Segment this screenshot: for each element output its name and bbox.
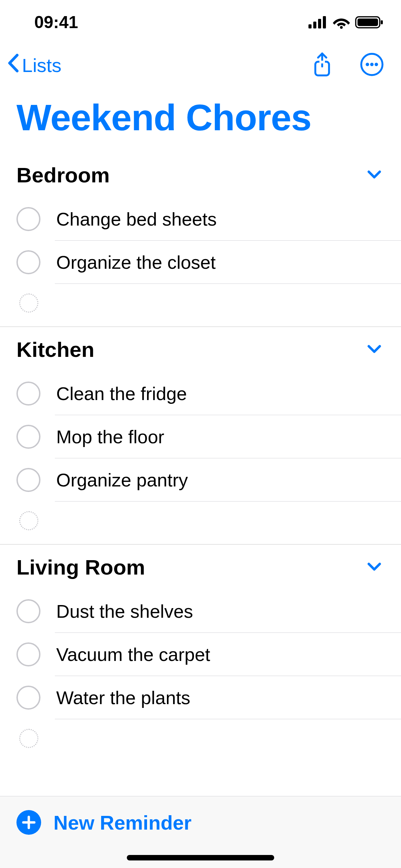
svg-rect-1 (313, 22, 316, 28)
section-title: Bedroom (16, 163, 110, 187)
svg-rect-3 (323, 16, 326, 28)
chevron-down-icon (367, 344, 382, 355)
section-living-room: Living Room Dust the shelves Vacuum the … (0, 545, 401, 762)
reminder-checkbox[interactable] (16, 468, 40, 492)
section-title: Living Room (16, 555, 145, 579)
reminder-item[interactable]: Water the plants (0, 676, 401, 719)
svg-rect-7 (381, 20, 383, 24)
reminder-item[interactable]: Organize pantry (0, 458, 401, 502)
reminder-checkbox[interactable] (16, 425, 40, 449)
svg-point-12 (366, 63, 369, 66)
reminder-item[interactable]: Mop the floor (0, 415, 401, 458)
reminder-item[interactable]: Organize the closet (0, 241, 401, 284)
list-title: Weekend Chores (0, 89, 401, 153)
svg-rect-2 (318, 19, 321, 28)
section-title: Kitchen (16, 337, 94, 362)
reminder-checkbox[interactable] (16, 207, 40, 231)
reminder-checkbox[interactable] (16, 642, 40, 666)
reminder-text: Vacuum the carpet (56, 644, 210, 665)
reminder-placeholder[interactable] (0, 502, 401, 544)
reminder-text: Water the plants (56, 687, 190, 708)
status-time: 09:41 (34, 12, 78, 32)
chevron-left-icon (7, 53, 21, 77)
reminder-text: Dust the shelves (56, 601, 193, 622)
bottom-toolbar: New Reminder (0, 796, 401, 868)
section-bedroom: Bedroom Change bed sheets Organize the c… (0, 153, 401, 327)
reminder-checkbox[interactable] (16, 382, 40, 406)
reminder-placeholder[interactable] (0, 284, 401, 326)
status-bar: 09:41 (0, 0, 401, 38)
add-reminder-circle-icon (19, 293, 38, 313)
share-button[interactable] (312, 51, 332, 79)
reminder-item[interactable]: Vacuum the carpet (0, 633, 401, 676)
reminder-text: Mop the floor (56, 426, 164, 447)
reminder-text: Change bed sheets (56, 208, 217, 230)
reminder-item[interactable]: Dust the shelves (0, 590, 401, 633)
add-reminder-circle-icon (19, 511, 38, 530)
section-header[interactable]: Living Room (0, 545, 401, 590)
chevron-down-icon (367, 170, 382, 181)
reminder-checkbox[interactable] (16, 250, 40, 274)
reminder-placeholder[interactable] (0, 719, 401, 762)
reminder-item[interactable]: Clean the fridge (0, 372, 401, 415)
reminder-checkbox[interactable] (16, 686, 40, 710)
add-reminder-circle-icon (19, 729, 38, 748)
svg-rect-10 (319, 61, 325, 63)
section-header[interactable]: Bedroom (0, 153, 401, 197)
cellular-icon (308, 16, 328, 28)
svg-point-13 (370, 63, 374, 66)
wifi-icon (332, 16, 350, 29)
svg-rect-0 (308, 24, 312, 28)
more-button[interactable] (360, 52, 384, 78)
reminder-text: Clean the fridge (56, 383, 187, 404)
svg-rect-6 (357, 19, 378, 26)
status-indicators (308, 15, 384, 29)
section-header[interactable]: Kitchen (0, 327, 401, 372)
home-indicator[interactable] (127, 855, 274, 860)
svg-point-4 (340, 26, 343, 29)
back-label: Lists (22, 54, 61, 76)
reminder-checkbox[interactable] (16, 599, 40, 623)
reminder-text: Organize pantry (56, 469, 188, 491)
svg-point-14 (375, 63, 378, 66)
share-icon (312, 51, 332, 77)
ellipsis-circle-icon (360, 52, 384, 76)
battery-icon (355, 15, 384, 29)
section-kitchen: Kitchen Clean the fridge Mop the floor O… (0, 327, 401, 545)
back-button[interactable]: Lists (7, 53, 61, 77)
new-reminder-label: New Reminder (53, 811, 192, 834)
nav-bar: Lists (0, 38, 401, 89)
reminder-item[interactable]: Change bed sheets (0, 197, 401, 241)
plus-circle-icon (16, 810, 41, 835)
new-reminder-button[interactable]: New Reminder (16, 810, 385, 835)
reminder-text: Organize the closet (56, 252, 216, 273)
chevron-down-icon (367, 562, 382, 573)
